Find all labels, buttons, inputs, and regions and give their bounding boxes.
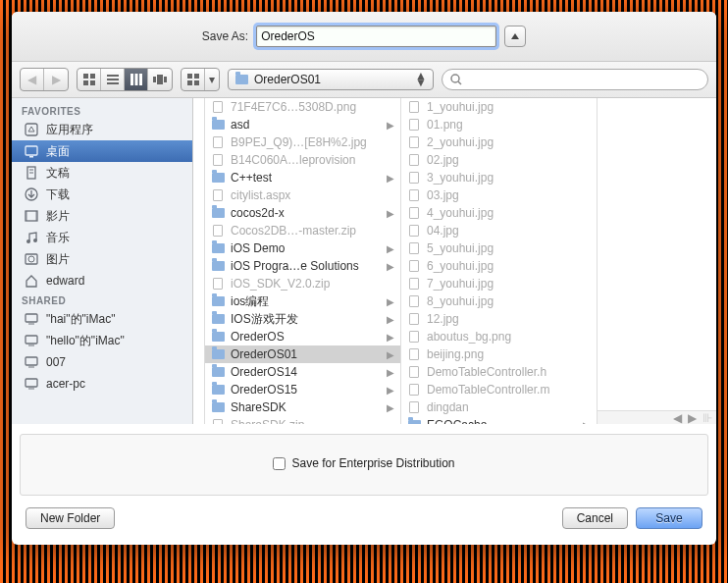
column-view-button[interactable]: [125, 69, 148, 90]
forward-button[interactable]: ▶: [44, 69, 68, 90]
sidebar-section-header: SHARED: [12, 292, 192, 308]
file-row[interactable]: 12.jpg: [401, 310, 597, 328]
chevron-right-icon: ▶: [387, 402, 394, 413]
file-row[interactable]: 6_youhui.jpg: [401, 257, 597, 275]
file-name: dingdan: [427, 400, 591, 414]
arrange-menu[interactable]: ▾: [181, 68, 220, 91]
enterprise-checkbox[interactable]: Save for Enterprise Distribution: [273, 456, 454, 470]
file-row[interactable]: 2_youhui.jpg: [401, 133, 597, 151]
nav-back-forward[interactable]: ◀ ▶: [20, 68, 69, 91]
coverflow-view-button[interactable]: [148, 69, 172, 90]
sidebar-item[interactable]: "hai"的"iMac": [12, 308, 192, 330]
saveas-input[interactable]: [256, 26, 496, 47]
svg-rect-39: [26, 379, 37, 387]
file-row[interactable]: iOS_SDK_V2.0.zip: [205, 275, 400, 292]
file-row[interactable]: OrederOS▶: [205, 328, 400, 345]
file-row[interactable]: OrederOS14▶: [205, 363, 400, 381]
sidebar-item[interactable]: acer-pc: [12, 373, 192, 395]
file-row[interactable]: beijing.png: [401, 345, 597, 363]
sidebar-item-label: 应用程序: [46, 122, 93, 138]
sidebar-item[interactable]: 007: [12, 351, 192, 373]
file-row[interactable]: 8_youhui.jpg: [401, 292, 597, 310]
file-row[interactable]: Cocos2DB…-master.zip: [205, 222, 400, 239]
back-button[interactable]: ◀: [21, 69, 44, 90]
sidebar-item-label: 007: [46, 355, 66, 369]
file-icon: [211, 135, 225, 149]
file-row[interactable]: ShareSDK▶: [205, 398, 400, 416]
search-icon: [450, 74, 462, 85]
sidebar-item[interactable]: edward: [12, 270, 192, 292]
enterprise-checkbox-input[interactable]: [273, 457, 286, 470]
sidebar-item[interactable]: 下载: [12, 184, 192, 205]
file-row[interactable]: ios编程▶: [205, 292, 400, 310]
file-row[interactable]: ShareSDK.zip: [205, 416, 400, 424]
file-row[interactable]: C++test▶: [205, 169, 400, 186]
file-row[interactable]: OrederOS15▶: [205, 381, 400, 398]
arrange-button[interactable]: [182, 69, 205, 90]
svg-point-29: [26, 239, 30, 243]
file-icon: [407, 100, 421, 114]
file-name: 2_youhui.jpg: [427, 135, 591, 149]
file-row[interactable]: OrederOS01▶: [205, 345, 400, 363]
arrange-chevron[interactable]: ▾: [205, 69, 219, 90]
file-icon: [407, 400, 421, 414]
file-row[interactable]: 1_youhui.jpg: [401, 98, 597, 116]
file-row[interactable]: asd▶: [205, 116, 400, 133]
icon-view-button[interactable]: [78, 69, 101, 90]
save-button[interactable]: Save: [636, 507, 702, 529]
file-row[interactable]: aboutus_bg.png: [401, 328, 597, 345]
file-name: beijing.png: [427, 347, 591, 361]
svg-rect-12: [164, 77, 167, 82]
file-row[interactable]: dingdan: [401, 398, 597, 416]
sidebar-item[interactable]: "hello"的"iMac": [12, 330, 192, 351]
list-view-button[interactable]: [101, 69, 125, 90]
file-row[interactable]: 03.jpg: [401, 186, 597, 204]
file-icon: [407, 206, 421, 220]
file-row[interactable]: IOS游戏开发▶: [205, 310, 400, 328]
cancel-button[interactable]: Cancel: [562, 507, 628, 529]
sidebar-item[interactable]: 应用程序: [12, 119, 192, 140]
file-row[interactable]: B9PEJ_Q9)…[E8H%2.jpg: [205, 133, 400, 151]
folder-icon: [407, 418, 421, 424]
column-2[interactable]: 1_youhui.jpg01.png2_youhui.jpg02.jpg3_yo…: [401, 98, 598, 424]
view-mode[interactable]: [77, 68, 173, 91]
music-icon: [24, 230, 39, 245]
new-folder-button[interactable]: New Folder: [26, 507, 115, 529]
file-row[interactable]: DemoTableController.h: [401, 363, 597, 381]
file-row[interactable]: cocos2d-x▶: [205, 204, 400, 222]
file-row[interactable]: DemoTableController.m: [401, 381, 597, 398]
file-name: 01.png: [427, 118, 591, 132]
sidebar-item[interactable]: 文稿: [12, 162, 192, 184]
file-row[interactable]: 02.jpg: [401, 151, 597, 169]
path-popup[interactable]: OrederOS01 ▲▼: [228, 69, 434, 90]
column-1[interactable]: 71F4E7C6…5308D.pngasd▶B9PEJ_Q9)…[E8H%2.j…: [205, 98, 401, 424]
sidebar-item[interactable]: 音乐: [12, 227, 192, 248]
file-row[interactable]: 04.jpg: [401, 222, 597, 239]
file-row[interactable]: 3_youhui.jpg: [401, 169, 597, 186]
save-dialog: Save As: ◀ ▶ ▾ OrederOS01 ▲▼: [12, 12, 716, 545]
search-field[interactable]: [442, 69, 708, 90]
svg-rect-5: [107, 79, 119, 80]
file-row[interactable]: 01.png: [401, 116, 597, 133]
file-row[interactable]: 4_youhui.jpg: [401, 204, 597, 222]
file-row[interactable]: iOS Progra…e Solutions▶: [205, 257, 400, 275]
folder-icon: [211, 365, 225, 379]
file-row[interactable]: citylist.aspx: [205, 186, 400, 204]
folder-icon: [211, 294, 225, 308]
file-row[interactable]: iOS Demo▶: [205, 239, 400, 257]
computer-icon: [24, 311, 39, 327]
file-row[interactable]: 5_youhui.jpg: [401, 239, 597, 257]
file-row[interactable]: 71F4E7C6…5308D.png: [205, 98, 400, 116]
file-name: citylist.aspx: [231, 188, 394, 202]
horizontal-scrollbar[interactable]: ◀▶⊪: [598, 410, 716, 424]
file-row[interactable]: EGOCache▶: [401, 416, 597, 424]
sidebar-item[interactable]: 桌面: [12, 140, 192, 162]
sidebar-item[interactable]: 图片: [12, 248, 192, 270]
browser-body: FAVORITES应用程序桌面文稿下载影片音乐图片edwardSHARED"ha…: [12, 98, 716, 424]
file-row[interactable]: B14C060A…leprovision: [205, 151, 400, 169]
enterprise-checkbox-label: Save for Enterprise Distribution: [291, 456, 454, 470]
file-row[interactable]: 7_youhui.jpg: [401, 275, 597, 292]
collapse-toggle[interactable]: [504, 26, 526, 47]
sidebar-item[interactable]: 影片: [12, 205, 192, 227]
sidebar-item-label: "hai"的"iMac": [46, 311, 115, 328]
